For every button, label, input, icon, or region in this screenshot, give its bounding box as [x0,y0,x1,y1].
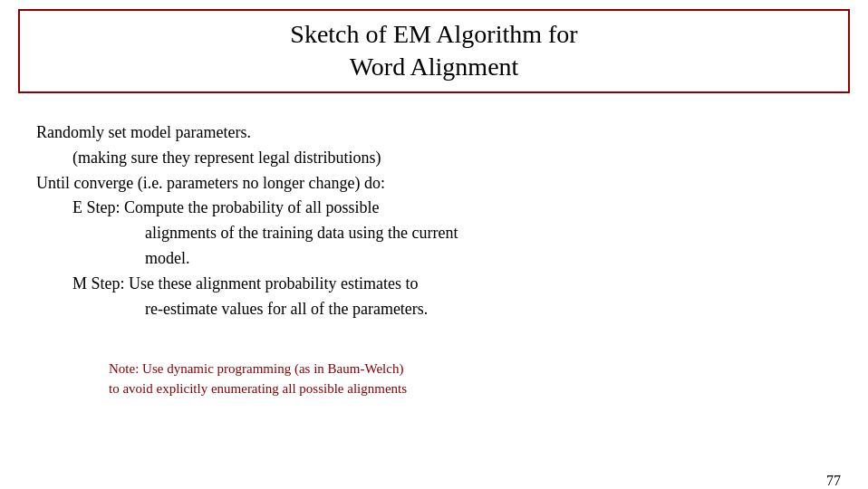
content-line5: alignments of the training data using th… [36,221,832,246]
content-line6: model. [36,246,832,272]
main-text-block: Randomly set model parameters. (making s… [36,120,832,322]
content-line8: re-estimate values for all of the parame… [36,297,832,322]
content-line1: Randomly set model parameters. [36,120,832,146]
title-line2: Word Alignment [350,53,519,81]
content-line4: E Step: Compute the probability of all p… [36,196,832,221]
slide: Sketch of EM Algorithm for Word Alignmen… [0,9,868,489]
title-box: Sketch of EM Algorithm for Word Alignmen… [18,9,850,93]
note-line1: Note: Use dynamic programming (as in Bau… [109,359,832,379]
content-line3: Until converge (i.e. parameters no longe… [36,171,832,197]
note-block: Note: Use dynamic programming (as in Bau… [109,359,832,399]
content-area: Randomly set model parameters. (making s… [0,93,868,340]
note-line2: to avoid explicitly enumerating all poss… [109,379,832,399]
title-line1: Sketch of EM Algorithm for [290,20,577,48]
content-line7: M Step: Use these alignment probability … [36,272,832,297]
note-area: Note: Use dynamic programming (as in Bau… [0,340,868,408]
content-line2: (making sure they represent legal distri… [36,146,832,171]
page-number: 77 [826,473,841,489]
slide-title: Sketch of EM Algorithm for Word Alignmen… [38,18,830,84]
